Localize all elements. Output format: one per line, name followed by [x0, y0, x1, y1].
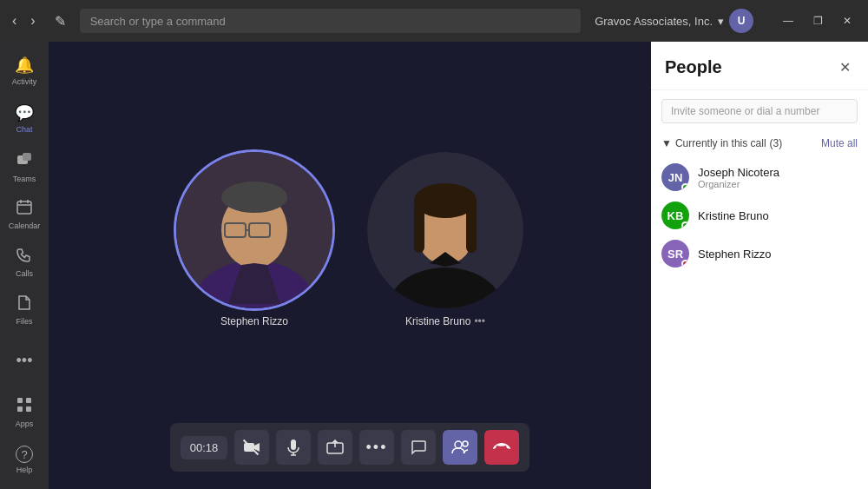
user-avatar[interactable]: U	[729, 9, 753, 33]
kristine-more-icon[interactable]: •••	[474, 315, 485, 327]
toggle-video-button[interactable]	[234, 430, 269, 465]
svg-rect-8	[17, 406, 23, 412]
sidebar-item-chat[interactable]: 💬 Chat	[3, 96, 45, 141]
org-name-label: Gravoc Associates, Inc.	[595, 15, 713, 28]
stephen-name-label: Stephen Rizzo	[220, 315, 288, 327]
files-icon	[16, 294, 32, 314]
call-controls: 00:18	[170, 423, 529, 472]
sidebar: 🔔 Activity 💬 Chat Teams	[0, 42, 49, 489]
call-area: Stephen Rizzo	[49, 42, 651, 489]
kristine-avatar-art	[367, 152, 523, 308]
sidebar-label-help: Help	[16, 466, 33, 474]
sidebar-item-help[interactable]: ? Help	[3, 438, 45, 482]
sidebar-label-chat: Chat	[16, 125, 32, 134]
close-button[interactable]: ✕	[833, 9, 861, 33]
svg-rect-2	[17, 202, 31, 214]
svg-rect-26	[244, 443, 254, 452]
teams-icon	[16, 150, 33, 172]
svg-rect-28	[291, 439, 296, 450]
close-people-panel-button[interactable]: ✕	[836, 56, 854, 79]
svg-rect-24	[466, 201, 477, 253]
sidebar-label-teams: Teams	[13, 175, 36, 183]
stephen-name: Stephen Rizzo	[698, 248, 772, 261]
joseph-avatar: JN	[661, 163, 689, 191]
participant-video-stephen	[176, 152, 332, 308]
share-screen-button[interactable]	[318, 430, 352, 465]
video-tile-kristine: Kristine Bruno •••	[367, 152, 523, 327]
compose-button[interactable]: ✎	[48, 10, 73, 33]
people-panel: People ✕ ▼ Currently in this call (3) Mu…	[651, 42, 868, 489]
org-selector[interactable]: Gravoc Associates, Inc. ▾ U	[588, 5, 760, 36]
nav-controls: ‹ ›	[7, 10, 41, 32]
kristine-info: Kristine Bruno	[698, 209, 769, 222]
stephen-avatar-art	[176, 152, 332, 308]
sidebar-item-calls[interactable]: Calls	[3, 240, 45, 284]
kristine-video-inner	[367, 152, 523, 308]
svg-point-13	[221, 182, 287, 213]
kristine-name: Kristine Bruno	[698, 209, 769, 222]
svg-rect-9	[26, 406, 31, 412]
sidebar-item-files[interactable]: Files	[3, 287, 45, 332]
svg-point-34	[463, 441, 468, 446]
joseph-status-dot	[681, 183, 689, 191]
title-bar: ‹ › ✎ Gravoc Associates, Inc. ▾ U — ❐ ✕	[0, 0, 868, 42]
kristine-avatar: KB	[661, 202, 689, 229]
activity-icon: 🔔	[15, 56, 34, 75]
video-tiles: Stephen Rizzo	[49, 42, 651, 489]
sidebar-item-apps[interactable]: Apps	[3, 390, 45, 434]
more-icon: •••	[16, 352, 33, 370]
org-chevron-icon: ▾	[718, 15, 724, 28]
window-controls: — ❐ ✕	[774, 9, 861, 33]
more-options-button[interactable]: •••	[359, 430, 394, 465]
svg-rect-6	[17, 398, 23, 403]
participant-count-badge: (3)	[770, 137, 783, 149]
sidebar-label-apps: Apps	[16, 420, 34, 428]
sidebar-item-calendar[interactable]: Calendar	[3, 192, 45, 236]
stephen-status-dot	[681, 260, 689, 268]
stephen-avatar: SR	[661, 240, 689, 268]
chat-button[interactable]	[401, 430, 436, 465]
minimize-button[interactable]: —	[774, 9, 802, 33]
kristine-status-dot	[681, 221, 689, 229]
apps-icon	[16, 397, 32, 417]
avatar-initials: U	[738, 15, 746, 27]
sidebar-label-calendar: Calendar	[9, 221, 41, 230]
main-layout: 🔔 Activity 💬 Chat Teams	[0, 42, 868, 489]
stephen-video-inner	[176, 152, 332, 308]
nav-back-button[interactable]: ‹	[7, 10, 22, 32]
sidebar-item-activity[interactable]: 🔔 Activity	[3, 49, 45, 93]
participant-row-joseph[interactable]: JN Joseph Nicotera Organizer	[651, 158, 868, 196]
end-call-button[interactable]	[484, 430, 519, 465]
sidebar-item-more[interactable]: •••	[3, 339, 45, 383]
joseph-role: Organizer	[698, 179, 779, 189]
svg-point-33	[455, 441, 462, 448]
calendar-icon	[16, 199, 32, 219]
more-dots-icon: •••	[366, 439, 388, 457]
people-panel-title: People	[665, 57, 722, 77]
people-panel-header: People ✕	[651, 42, 868, 90]
kristine-name-label: Kristine Bruno •••	[405, 315, 485, 327]
search-input[interactable]	[80, 9, 582, 33]
sidebar-label-activity: Activity	[12, 77, 37, 86]
joseph-name: Joseph Nicotera	[698, 166, 779, 179]
sidebar-item-teams[interactable]: Teams	[3, 144, 45, 188]
chat-icon: 💬	[15, 103, 34, 122]
toggle-mute-button[interactable]	[276, 430, 311, 465]
participant-row-kristine[interactable]: KB Kristine Bruno	[651, 196, 868, 235]
svg-point-19	[389, 268, 502, 308]
section-title-label: ▼ Currently in this call (3)	[661, 137, 782, 149]
svg-rect-1	[23, 153, 31, 161]
collapse-icon[interactable]: ▼	[661, 137, 672, 149]
participant-video-kristine	[367, 152, 523, 308]
call-timer: 00:18	[181, 436, 227, 459]
mute-all-button[interactable]: Mute all	[821, 137, 858, 149]
sidebar-label-files: Files	[16, 317, 32, 326]
nav-forward-button[interactable]: ›	[25, 10, 40, 32]
participant-list: JN Joseph Nicotera Organizer KB Kristine…	[651, 155, 868, 276]
video-tile-stephen: Stephen Rizzo	[176, 152, 332, 327]
currently-in-call-label: Currently in this call	[675, 137, 766, 149]
invite-input[interactable]	[661, 99, 858, 123]
people-button[interactable]	[443, 430, 477, 465]
restore-button[interactable]: ❐	[804, 9, 832, 33]
participant-row-stephen[interactable]: SR Stephen Rizzo	[651, 235, 868, 273]
